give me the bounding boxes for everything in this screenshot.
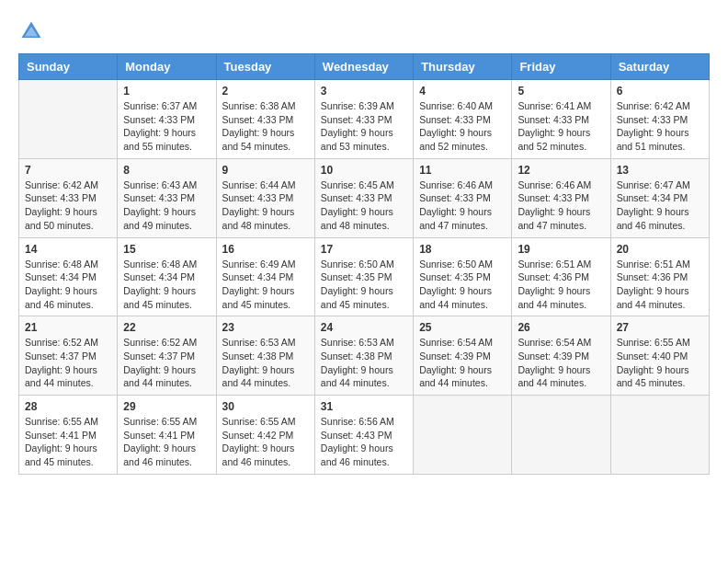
daylight: Daylight: 9 hours and 44 minutes. [518, 285, 590, 310]
sunrise: Sunrise: 6:39 AM [321, 100, 394, 111]
sunrise: Sunrise: 6:50 AM [419, 259, 493, 270]
sunrise: Sunrise: 6:44 AM [222, 179, 296, 190]
daylight: Daylight: 9 hours and 44 minutes. [518, 364, 590, 389]
logo-icon [18, 18, 44, 44]
sunrise: Sunrise: 6:54 AM [419, 337, 493, 348]
sunset: Sunset: 4:42 PM [222, 430, 294, 441]
daylight: Daylight: 9 hours and 46 minutes. [222, 442, 295, 467]
day-info: Sunrise: 6:44 AM Sunset: 4:33 PM Dayligh… [222, 178, 309, 233]
day-number: 22 [123, 321, 210, 334]
sunrise: Sunrise: 6:49 AM [222, 259, 296, 270]
calendar-day-cell: 23 Sunrise: 6:53 AM Sunset: 4:38 PM Dayl… [216, 316, 314, 396]
day-info: Sunrise: 6:41 AM Sunset: 4:33 PM Dayligh… [518, 99, 604, 154]
sunset: Sunset: 4:33 PM [123, 114, 195, 125]
calendar-day-cell: 17 Sunrise: 6:50 AM Sunset: 4:35 PM Dayl… [314, 237, 413, 316]
calendar-day-cell: 1 Sunrise: 6:37 AM Sunset: 4:33 PM Dayli… [118, 80, 216, 159]
day-number: 30 [222, 400, 309, 413]
calendar-day-cell: 16 Sunrise: 6:49 AM Sunset: 4:34 PM Dayl… [216, 237, 314, 316]
daylight: Daylight: 9 hours and 44 minutes. [617, 285, 689, 310]
sunrise: Sunrise: 6:55 AM [617, 337, 690, 348]
sunrise: Sunrise: 6:55 AM [123, 416, 197, 427]
calendar-week-row: 1 Sunrise: 6:37 AM Sunset: 4:33 PM Dayli… [19, 80, 710, 159]
day-info: Sunrise: 6:56 AM Sunset: 4:43 PM Dayligh… [321, 415, 407, 469]
sunset: Sunset: 4:38 PM [321, 350, 392, 362]
day-info: Sunrise: 6:53 AM Sunset: 4:38 PM Dayligh… [321, 336, 407, 390]
calendar-day-cell: 26 Sunrise: 6:54 AM Sunset: 4:39 PM Dayl… [512, 316, 610, 396]
day-info: Sunrise: 6:54 AM Sunset: 4:39 PM Dayligh… [518, 336, 604, 390]
sunrise: Sunrise: 6:48 AM [123, 259, 197, 270]
day-info: Sunrise: 6:53 AM Sunset: 4:38 PM Dayligh… [222, 336, 309, 390]
daylight: Daylight: 9 hours and 44 minutes. [123, 364, 196, 389]
sunrise: Sunrise: 6:53 AM [222, 337, 296, 348]
day-info: Sunrise: 6:38 AM Sunset: 4:33 PM Dayligh… [222, 99, 309, 154]
calendar-day-cell [19, 80, 118, 159]
day-info: Sunrise: 6:52 AM Sunset: 4:37 PM Dayligh… [25, 336, 111, 390]
day-number: 16 [222, 243, 309, 256]
sunset: Sunset: 4:34 PM [222, 271, 294, 282]
sunset: Sunset: 4:41 PM [123, 430, 195, 441]
day-info: Sunrise: 6:45 AM Sunset: 4:33 PM Dayligh… [321, 178, 407, 233]
calendar-week-row: 7 Sunrise: 6:42 AM Sunset: 4:33 PM Dayli… [19, 158, 710, 237]
calendar-day-cell: 21 Sunrise: 6:52 AM Sunset: 4:37 PM Dayl… [19, 316, 118, 396]
sunrise: Sunrise: 6:42 AM [25, 179, 98, 190]
day-number: 2 [222, 85, 309, 98]
calendar-day-cell: 15 Sunrise: 6:48 AM Sunset: 4:34 PM Dayl… [118, 237, 216, 316]
day-number: 31 [321, 400, 407, 413]
sunset: Sunset: 4:33 PM [518, 114, 589, 125]
daylight: Daylight: 9 hours and 53 minutes. [321, 127, 393, 152]
day-number: 7 [25, 164, 111, 177]
day-number: 19 [518, 243, 604, 256]
sunset: Sunset: 4:33 PM [419, 114, 491, 125]
daylight: Daylight: 9 hours and 45 minutes. [617, 364, 689, 389]
daylight: Daylight: 9 hours and 51 minutes. [617, 127, 689, 152]
day-number: 27 [617, 321, 703, 334]
day-info: Sunrise: 6:47 AM Sunset: 4:34 PM Dayligh… [617, 178, 703, 233]
day-info: Sunrise: 6:55 AM Sunset: 4:41 PM Dayligh… [123, 415, 210, 469]
sunrise: Sunrise: 6:42 AM [617, 100, 690, 111]
sunrise: Sunrise: 6:48 AM [25, 259, 98, 270]
day-info: Sunrise: 6:46 AM Sunset: 4:33 PM Dayligh… [518, 178, 604, 233]
day-number: 12 [518, 164, 604, 177]
sunset: Sunset: 4:39 PM [518, 350, 589, 362]
calendar-day-cell: 31 Sunrise: 6:56 AM Sunset: 4:43 PM Dayl… [314, 396, 413, 475]
sunset: Sunset: 4:33 PM [419, 192, 491, 203]
calendar-day-cell: 30 Sunrise: 6:55 AM Sunset: 4:42 PM Dayl… [216, 396, 314, 475]
calendar-day-cell [512, 396, 610, 475]
sunrise: Sunrise: 6:56 AM [321, 416, 394, 427]
day-info: Sunrise: 6:37 AM Sunset: 4:33 PM Dayligh… [123, 99, 210, 154]
sunset: Sunset: 4:37 PM [25, 350, 97, 362]
day-number: 14 [25, 243, 111, 256]
sunrise: Sunrise: 6:51 AM [518, 259, 591, 270]
daylight: Daylight: 9 hours and 46 minutes. [25, 285, 97, 310]
daylight: Daylight: 9 hours and 45 minutes. [25, 442, 97, 467]
day-info: Sunrise: 6:42 AM Sunset: 4:33 PM Dayligh… [25, 178, 111, 233]
daylight: Daylight: 9 hours and 44 minutes. [419, 364, 492, 389]
day-info: Sunrise: 6:49 AM Sunset: 4:34 PM Dayligh… [222, 258, 309, 312]
daylight: Daylight: 9 hours and 46 minutes. [321, 442, 393, 467]
day-number: 9 [222, 164, 309, 177]
day-number: 28 [25, 400, 111, 413]
calendar-day-cell: 6 Sunrise: 6:42 AM Sunset: 4:33 PM Dayli… [610, 80, 709, 159]
sunrise: Sunrise: 6:38 AM [222, 100, 296, 111]
day-number: 4 [419, 85, 506, 98]
daylight: Daylight: 9 hours and 44 minutes. [321, 364, 393, 389]
day-number: 3 [321, 85, 407, 98]
day-of-week-header: Monday [118, 54, 216, 80]
calendar-day-cell: 25 Sunrise: 6:54 AM Sunset: 4:39 PM Dayl… [414, 316, 512, 396]
sunrise: Sunrise: 6:46 AM [419, 179, 493, 190]
sunset: Sunset: 4:38 PM [222, 350, 294, 362]
daylight: Daylight: 9 hours and 46 minutes. [123, 442, 196, 467]
calendar-day-cell: 7 Sunrise: 6:42 AM Sunset: 4:33 PM Dayli… [19, 158, 118, 237]
sunrise: Sunrise: 6:46 AM [518, 179, 591, 190]
day-number: 29 [123, 400, 210, 413]
calendar-week-row: 14 Sunrise: 6:48 AM Sunset: 4:34 PM Dayl… [19, 237, 710, 316]
daylight: Daylight: 9 hours and 44 minutes. [419, 285, 492, 310]
logo [18, 18, 48, 44]
day-info: Sunrise: 6:50 AM Sunset: 4:35 PM Dayligh… [419, 258, 506, 312]
calendar-day-cell: 2 Sunrise: 6:38 AM Sunset: 4:33 PM Dayli… [216, 80, 314, 159]
day-number: 17 [321, 243, 407, 256]
day-info: Sunrise: 6:55 AM Sunset: 4:40 PM Dayligh… [617, 336, 703, 390]
daylight: Daylight: 9 hours and 50 minutes. [25, 206, 97, 231]
day-info: Sunrise: 6:52 AM Sunset: 4:37 PM Dayligh… [123, 336, 210, 390]
calendar-week-row: 21 Sunrise: 6:52 AM Sunset: 4:37 PM Dayl… [19, 316, 710, 396]
